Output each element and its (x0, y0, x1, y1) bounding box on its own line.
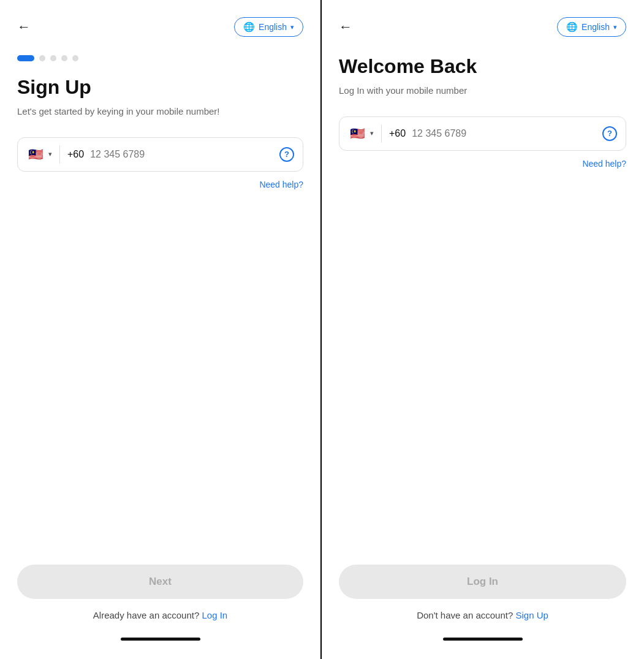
dot-1 (17, 55, 34, 61)
globe-icon-login: 🌐 (566, 21, 578, 32)
top-bar-login: ← 🌐 English ▾ (339, 12, 626, 37)
footer-link-signup[interactable]: Log In (202, 610, 227, 620)
next-button[interactable]: Next (17, 565, 303, 599)
bottom-section-signup: Next Already have an account? Log In (17, 565, 303, 641)
footer-static-signup: Already have an account? (93, 610, 199, 620)
language-label-login: English (581, 22, 610, 32)
need-help-signup: Need help? (17, 179, 303, 190)
language-selector-login[interactable]: 🌐 English ▾ (557, 17, 626, 37)
dot-3 (50, 55, 56, 61)
chevron-down-icon-login: ▾ (613, 23, 617, 31)
malaysia-flag-signup: 🇲🇾 (26, 145, 45, 164)
signup-screen: ← 🌐 English ▾ Sign Up Let's get started … (0, 0, 322, 659)
malaysia-flag-login: 🇲🇾 (348, 124, 366, 143)
globe-icon-signup: 🌐 (243, 21, 255, 32)
help-icon-signup[interactable]: ? (279, 147, 294, 162)
progress-dots (17, 55, 303, 61)
help-icon-login[interactable]: ? (602, 126, 617, 141)
need-help-login: Need help? (339, 158, 626, 169)
bottom-section-login: Log In Don't have an account? Sign Up (339, 565, 626, 641)
chevron-down-icon-signup: ▾ (290, 23, 294, 31)
footer-signup: Already have an account? Log In (93, 610, 227, 620)
country-selector-signup[interactable]: 🇲🇾 ▾ (26, 145, 60, 164)
login-subtitle: Log In with your mobile number (339, 84, 626, 97)
flag-chevron-login: ▾ (370, 129, 374, 137)
language-selector-signup[interactable]: 🌐 English ▾ (234, 17, 303, 37)
signup-title: Sign Up (17, 76, 303, 99)
phone-prefix-login: +60 (382, 128, 412, 139)
phone-input-signup[interactable] (90, 149, 279, 160)
back-button-login[interactable]: ← (339, 20, 352, 34)
login-button[interactable]: Log In (339, 565, 626, 599)
dot-5 (72, 55, 78, 61)
country-selector-login[interactable]: 🇲🇾 ▾ (348, 124, 382, 143)
home-indicator-login (443, 638, 523, 641)
signup-subtitle: Let's get started by keying in your mobi… (17, 105, 303, 118)
login-screen: ← 🌐 English ▾ Welcome Back Log In with y… (322, 0, 643, 659)
phone-input-login[interactable] (412, 128, 602, 139)
footer-login: Don't have an account? Sign Up (417, 610, 548, 620)
language-label-signup: English (259, 22, 287, 32)
footer-static-login: Don't have an account? (417, 610, 513, 620)
back-button-signup[interactable]: ← (17, 20, 31, 34)
phone-input-container-signup: 🇲🇾 ▾ +60 ? (17, 137, 303, 172)
flag-chevron-signup: ▾ (48, 150, 52, 158)
phone-input-container-login: 🇲🇾 ▾ +60 ? (339, 116, 626, 151)
need-help-link-signup[interactable]: Need help? (259, 180, 303, 189)
home-indicator-signup (121, 638, 200, 641)
footer-link-login[interactable]: Sign Up (515, 610, 548, 620)
dot-2 (39, 55, 45, 61)
login-title: Welcome Back (339, 55, 626, 78)
top-bar-signup: ← 🌐 English ▾ (17, 12, 303, 37)
phone-prefix-signup: +60 (60, 149, 90, 160)
dot-4 (61, 55, 67, 61)
need-help-link-login[interactable]: Need help? (582, 159, 626, 169)
